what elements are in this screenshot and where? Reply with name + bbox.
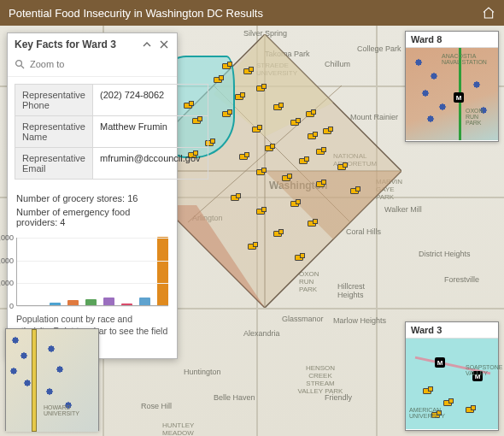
place-label: Forestville (444, 275, 479, 284)
table-row: Representative Emailmfrumin@dccouncil.go… (15, 148, 208, 180)
popup-chart[interactable]: 020,00040,00060,000 (8, 234, 177, 311)
attr-val: Matthew Frumin (93, 116, 208, 148)
popup-facts: Number of grocery stores: 16 Number of e… (8, 186, 177, 234)
app-title: Potential Food Insecurity in Washington … (9, 7, 263, 20)
close-icon[interactable] (158, 38, 170, 50)
inset-map-ward3[interactable]: Ward 3 M M SOAPSTONE VALLEY AMERICAN UNI… (405, 321, 499, 431)
chart-bar[interactable] (139, 298, 150, 305)
inset-map-bottom-left[interactable]: HOWARD UNIVERSITY (5, 328, 99, 431)
attr-key: Representative Phone (15, 85, 93, 116)
attr-key: Representative Name (15, 116, 93, 148)
inset-title: Ward 8 (406, 32, 498, 48)
inset-map-ward8[interactable]: Ward 8 M ANACOSTIA NAVAL STATION OXON RU… (405, 31, 499, 142)
home-icon[interactable] (482, 6, 495, 20)
inset-body: M M SOAPSTONE VALLEY AMERICAN UNIVERSITY (406, 339, 498, 429)
inset-label: HOWARD UNIVERSITY (44, 404, 83, 416)
table-row: Representative NameMatthew Frumin (15, 116, 208, 148)
inset-label: ANACOSTIA NAVAL STATION (442, 53, 493, 65)
metro-icon: M (472, 371, 483, 381)
place-label: District Heights (419, 250, 471, 258)
inset-title: Ward 3 (406, 322, 498, 339)
place-label: Belle Haven (214, 393, 255, 402)
magnifier-icon (15, 59, 25, 69)
popup-attributes-table: Representative Phone(202) 724-8062 Repre… (15, 84, 208, 180)
popup-header: Key Facts for Ward 3 (8, 33, 177, 56)
metro-icon: M (454, 92, 464, 103)
chart-bar[interactable] (67, 300, 79, 305)
place-label: Huntington (184, 368, 221, 376)
place-label: Friendly (325, 393, 352, 402)
popup-title: Key Facts for Ward 3 (15, 38, 136, 50)
zoom-to-label: Zoom to (30, 59, 64, 69)
feature-popup: Key Facts for Ward 3 Zoom to Representat… (7, 32, 178, 359)
chart-bar[interactable] (157, 237, 168, 305)
chart-bar[interactable] (85, 299, 97, 305)
app-header: Potential Food Insecurity in Washington … (0, 0, 504, 26)
collapse-icon[interactable] (141, 38, 153, 50)
zoom-to-button[interactable]: Zoom to (8, 56, 177, 77)
main-map[interactable]: Silver Spring Takoma Park Chillum Colleg… (0, 26, 504, 436)
table-row: Representative Phone(202) 724-8062 (15, 85, 208, 116)
fact-emergency: Number of emergency food providers: 4 (16, 207, 168, 227)
svg-line-5 (21, 66, 24, 68)
place-label: Rose Hill (141, 402, 172, 410)
place-label: Glassmanor (282, 315, 324, 323)
inset-label: AMERICAN UNIVERSITY (409, 407, 448, 419)
attr-val: mfrumin@dccouncil.gov (93, 148, 208, 180)
svg-point-4 (16, 61, 22, 67)
fact-groceries: Number of grocery stores: 16 (16, 193, 168, 203)
inset-body: HOWARD UNIVERSITY (6, 329, 98, 432)
chart-bar[interactable] (121, 303, 132, 305)
chart-bar[interactable] (50, 303, 61, 305)
place-label: Marlow Heights (333, 316, 386, 325)
attr-key: Representative Email (15, 148, 93, 180)
metro-icon: M (435, 357, 445, 368)
app-root: Potential Food Insecurity in Washington … (0, 0, 504, 436)
chart-bar[interactable] (103, 298, 114, 305)
attr-val: (202) 724-8062 (93, 85, 208, 116)
place-label: HENSON CREEK STREAM VALLEY PARK (295, 364, 346, 395)
place-label: HUNTLEY MEADOW (162, 421, 201, 436)
place-label: Alexandria (243, 329, 280, 338)
inset-body: M ANACOSTIA NAVAL STATION OXON RUN PARK (406, 48, 498, 140)
